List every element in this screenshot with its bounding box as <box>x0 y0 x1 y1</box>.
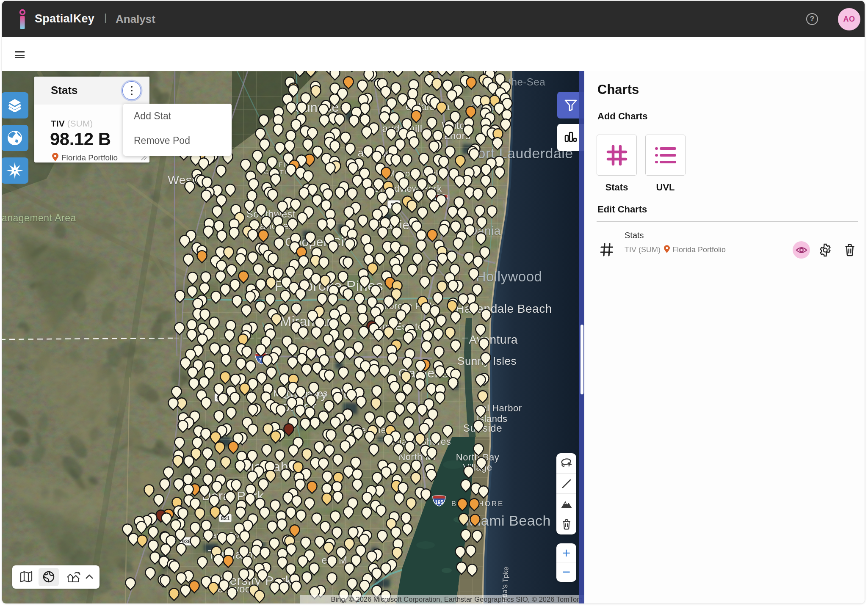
svg-text:al Harbor: al Harbor <box>482 403 522 413</box>
svg-text:Hollywood: Hollywood <box>476 269 542 284</box>
svg-text:Aventura: Aventura <box>469 333 518 346</box>
svg-text:195: 195 <box>435 499 443 505</box>
svg-text:Management Area: Management Area <box>2 212 76 223</box>
